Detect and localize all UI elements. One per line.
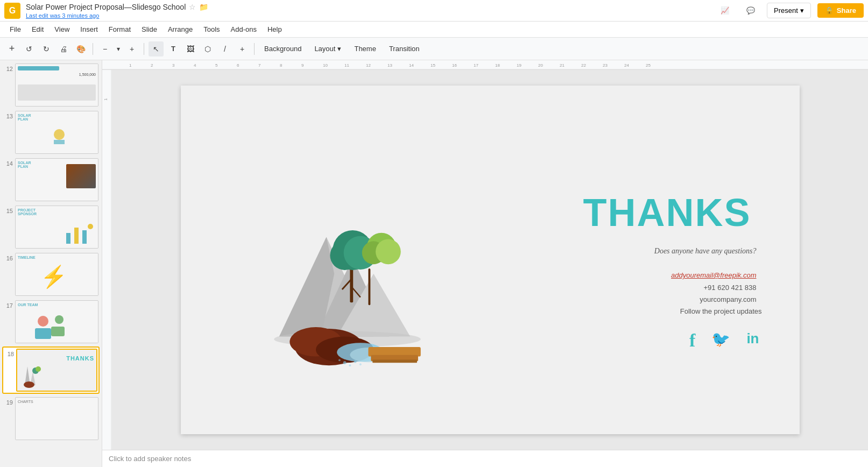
svg-rect-1	[54, 140, 65, 144]
svg-text:1: 1	[103, 98, 108, 101]
slide-subtitle: Does anyone have any questions?	[654, 247, 757, 256]
slide-thumb-13[interactable]: 13 SOLARPLAN	[2, 110, 100, 155]
comments-button[interactable]: 💬	[741, 3, 760, 18]
image-tool-button[interactable]: 🖼	[183, 41, 198, 56]
slide-thumb-15[interactable]: 15 PROJECTSPONSOR	[2, 204, 100, 250]
svg-text:12: 12	[366, 63, 371, 68]
zoom-level-button[interactable]: ▾	[115, 41, 122, 56]
svg-text:17: 17	[474, 63, 478, 68]
svg-text:1: 1	[129, 63, 132, 68]
svg-rect-72	[372, 359, 417, 363]
shape-tool-button[interactable]: ⬡	[200, 41, 215, 56]
svg-text:14: 14	[409, 63, 414, 68]
trend-button[interactable]: 📈	[715, 3, 735, 18]
textbox-tool-button[interactable]: T	[166, 41, 181, 56]
menu-help[interactable]: Help	[262, 23, 287, 36]
slide-num-13: 13	[3, 111, 13, 119]
last-edit-link[interactable]: Last edit was 3 minutes ago	[26, 12, 715, 19]
svg-point-65	[343, 361, 346, 364]
svg-text:20: 20	[538, 63, 543, 68]
slide-thumb-16[interactable]: 16 TIMELINE ⚡	[2, 252, 100, 297]
svg-text:11: 11	[344, 63, 349, 68]
svg-text:6: 6	[237, 63, 239, 68]
print-button[interactable]: 🖨	[56, 41, 71, 56]
svg-text:4: 4	[194, 63, 196, 68]
app-icon: G	[4, 3, 20, 19]
svg-text:7: 7	[258, 63, 261, 68]
slide-thumb-18[interactable]: 18 THANKS	[2, 346, 100, 394]
svg-rect-7	[35, 328, 51, 339]
slide-thumb-17[interactable]: 17 OUR TEAM	[2, 299, 100, 344]
svg-text:18: 18	[495, 63, 500, 68]
more-tools-button[interactable]: +	[235, 41, 250, 56]
layout-arrow-icon: ▾	[337, 45, 341, 53]
line-tool-button[interactable]: /	[217, 41, 232, 56]
zoom-out-button[interactable]: −	[97, 41, 112, 56]
twitter-icon: 🐦	[711, 330, 730, 351]
slide-panel: 12 1,500,000 13 SOLARPLAN	[0, 60, 102, 467]
menu-addons[interactable]: Add-ons	[225, 23, 262, 36]
svg-text:23: 23	[603, 63, 608, 68]
doc-title: Solar Power Project Proposal—Slidesgo Sc…	[26, 3, 715, 11]
slide-preview-13: SOLARPLAN	[15, 111, 98, 154]
svg-text:13: 13	[387, 63, 392, 68]
svg-point-14	[24, 381, 34, 388]
menu-edit[interactable]: Edit	[26, 23, 49, 36]
svg-point-5	[88, 224, 93, 229]
toolbar-separator-3	[254, 43, 255, 55]
menu-insert[interactable]: Insert	[75, 23, 103, 36]
slide-illustration	[245, 169, 428, 370]
slide-phone: +91 620 421 838	[649, 284, 757, 292]
ruler-left: 1	[102, 70, 112, 450]
svg-point-13	[36, 366, 41, 372]
slide-num-14: 14	[3, 158, 13, 167]
svg-rect-9	[51, 327, 65, 336]
select-tool-button[interactable]: ↖	[149, 41, 164, 56]
slide-website: yourcompany.com	[649, 295, 757, 303]
slide-thumb-12[interactable]: 12 1,500,000	[2, 62, 100, 108]
layout-button[interactable]: Layout ▾	[309, 43, 347, 55]
background-button[interactable]: Background	[259, 43, 307, 55]
menu-format[interactable]: Format	[103, 23, 136, 36]
transition-button[interactable]: Transition	[384, 43, 425, 55]
svg-text:9: 9	[301, 63, 304, 68]
svg-rect-4	[82, 230, 87, 244]
svg-text:16: 16	[452, 63, 457, 68]
toolbar: + ↺ ↻ 🖨 🎨 − ▾ + ↖ T 🖼 ⬡ / + Background L…	[0, 38, 868, 60]
add-slide-button[interactable]: +	[4, 41, 19, 56]
slide-preview-17: OUR TEAM	[15, 300, 98, 343]
slide-preview-15: PROJECTSPONSOR	[15, 206, 98, 249]
menu-slide[interactable]: Slide	[136, 23, 163, 36]
menu-tools[interactable]: Tools	[198, 23, 225, 36]
svg-text:3: 3	[172, 63, 175, 68]
theme-button[interactable]: Theme	[349, 43, 381, 55]
star-icon[interactable]: ☆	[189, 3, 196, 11]
paint-format-button[interactable]: 🎨	[73, 41, 88, 56]
present-dropdown-arrow: ▾	[800, 6, 804, 15]
svg-text:15: 15	[431, 63, 435, 68]
menu-file[interactable]: File	[4, 23, 26, 36]
share-lock-icon: 🔒	[825, 6, 834, 15]
zoom-in-button[interactable]: +	[124, 41, 139, 56]
svg-point-67	[354, 360, 356, 363]
menu-arrange[interactable]: Arrange	[163, 23, 198, 36]
main-slide: THANKS Does anyone have any questions? a…	[181, 86, 800, 434]
toolbar-separator-1	[93, 43, 93, 55]
redo-button[interactable]: ↻	[39, 41, 54, 56]
svg-text:25: 25	[646, 63, 651, 68]
svg-point-68	[338, 359, 340, 361]
share-button[interactable]: 🔒 Share	[817, 3, 864, 18]
slide-container[interactable]: THANKS Does anyone have any questions? a…	[112, 70, 868, 450]
svg-text:5: 5	[215, 63, 218, 68]
notes-bar[interactable]: Click to add speaker notes	[102, 450, 868, 467]
slide-preview-12: 1,500,000	[15, 63, 98, 107]
undo-button[interactable]: ↺	[22, 41, 37, 56]
slide-thumb-19[interactable]: 19 CHARTS	[2, 396, 100, 441]
svg-rect-2	[66, 233, 70, 244]
present-button[interactable]: Present ▾	[767, 3, 811, 18]
slide-thanks-heading: THANKS	[583, 190, 751, 235]
slide-area-wrap: 12 34 56 78 910 1112 1314 1516 1718 1920…	[102, 60, 868, 467]
folder-icon[interactable]: 📁	[199, 3, 208, 11]
slide-thumb-14[interactable]: 14 SOLARPLAN	[2, 157, 100, 202]
menu-view[interactable]: View	[49, 23, 75, 36]
